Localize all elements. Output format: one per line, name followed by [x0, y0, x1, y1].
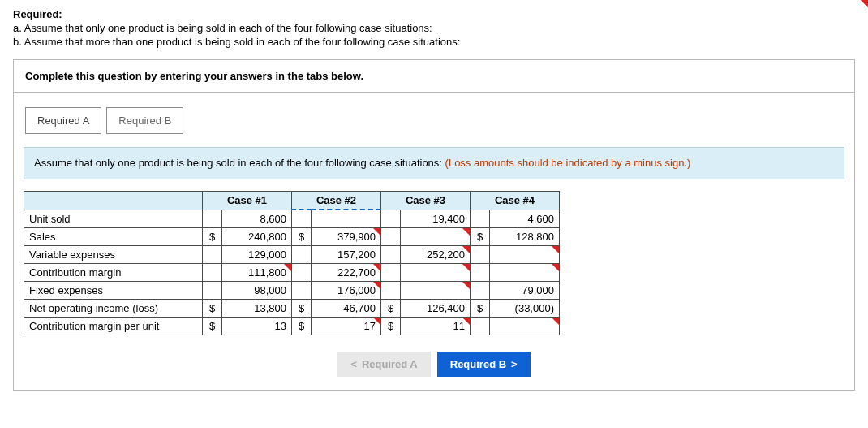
cell-sales-c3[interactable]: [401, 227, 471, 245]
cell-cur[interactable]: $: [292, 317, 312, 335]
cell-cur[interactable]: $: [292, 299, 312, 317]
cell-fixed-c2[interactable]: 176,000: [312, 281, 381, 299]
cell-sales-c1[interactable]: 240,800: [222, 227, 292, 245]
required-heading: Required:: [13, 8, 855, 20]
next-button-label: Required B: [450, 358, 506, 370]
header-blank: [24, 192, 203, 210]
next-button[interactable]: Required B >: [437, 352, 531, 377]
cell-cmpu-c4[interactable]: [490, 317, 560, 335]
col-header-case2: Case #2: [292, 192, 381, 210]
cell-cur[interactable]: [381, 210, 401, 227]
cell-noi-c3[interactable]: 126,400: [401, 299, 471, 317]
cell-cur[interactable]: [381, 245, 401, 263]
cell-cur[interactable]: [471, 263, 490, 281]
cell-cur[interactable]: [381, 281, 401, 299]
cell-cur[interactable]: $: [203, 317, 222, 335]
cell-cm-c2[interactable]: 222,700: [312, 263, 381, 281]
table-row: Sales $ 240,800 $ 379,900 $ 128,800: [24, 227, 560, 245]
table-wrap: Case #1 Case #2 Case #3 Case #4 Unit sol…: [14, 191, 854, 347]
row-label-sales: Sales: [24, 227, 203, 245]
cell-cur[interactable]: [471, 210, 490, 227]
cell-cmpu-c2[interactable]: 17: [312, 317, 381, 335]
cell-sales-c4[interactable]: 128,800: [490, 227, 560, 245]
cell-varexp-c3[interactable]: 252,200: [401, 245, 471, 263]
question-panel: Complete this question by entering your …: [13, 59, 855, 391]
cell-cur[interactable]: [203, 245, 222, 263]
prev-button-label: Required A: [362, 358, 418, 370]
requirement-b-text: b. Assume that more than one product is …: [13, 36, 855, 48]
cases-table: Case #1 Case #2 Case #3 Case #4 Unit sol…: [24, 191, 560, 335]
cell-cmpu-c3[interactable]: 11: [401, 317, 471, 335]
panel-header: Complete this question by entering your …: [14, 60, 854, 93]
cell-cur[interactable]: $: [381, 299, 401, 317]
cell-cur[interactable]: [381, 227, 401, 245]
instruction-banner: Assume that only one product is being so…: [24, 147, 844, 179]
cell-cur[interactable]: $: [471, 299, 490, 317]
row-label-varexp: Variable expenses: [24, 245, 203, 263]
cell-fixed-c1[interactable]: 98,000: [222, 281, 292, 299]
cell-unit-sold-c1[interactable]: 8,600: [222, 210, 292, 227]
chevron-right-icon: >: [511, 358, 518, 370]
cell-cur[interactable]: [471, 317, 490, 335]
row-label-fixed: Fixed expenses: [24, 281, 203, 299]
cell-cur[interactable]: [292, 210, 312, 227]
chevron-left-icon: <: [350, 358, 357, 370]
table-row: Contribution margin 111,800 222,700: [24, 263, 560, 281]
row-label-noi: Net operating income (loss): [24, 299, 203, 317]
prev-button[interactable]: < Required A: [337, 352, 430, 377]
cell-unit-sold-c2[interactable]: [312, 210, 381, 227]
cell-fixed-c3[interactable]: [401, 281, 471, 299]
nav-buttons: < Required A Required B >: [14, 347, 854, 390]
tab-required-b[interactable]: Required B: [106, 107, 183, 134]
cell-cur[interactable]: [471, 281, 490, 299]
cell-sales-c2[interactable]: 379,900: [312, 227, 381, 245]
cell-cur[interactable]: $: [381, 317, 401, 335]
cell-cur[interactable]: $: [203, 227, 222, 245]
cell-cur[interactable]: [203, 210, 222, 227]
cell-unit-sold-c4[interactable]: 4,600: [490, 210, 560, 227]
col-header-case3: Case #3: [381, 192, 471, 210]
cell-unit-sold-c3[interactable]: 19,400: [401, 210, 471, 227]
cell-varexp-c4[interactable]: [490, 245, 560, 263]
cell-cur[interactable]: $: [471, 227, 490, 245]
cell-noi-c4[interactable]: (33,000): [490, 299, 560, 317]
cell-cur[interactable]: $: [292, 227, 312, 245]
cell-cm-c3[interactable]: [401, 263, 471, 281]
row-label-cm: Contribution margin: [24, 263, 203, 281]
cell-noi-c2[interactable]: 46,700: [312, 299, 381, 317]
table-row: Net operating income (loss) $ 13,800 $ 4…: [24, 299, 560, 317]
instruction-text: Assume that only one product is being so…: [34, 157, 445, 169]
table-row: Unit sold 8,600 19,400 4,600: [24, 210, 560, 227]
tab-required-a[interactable]: Required A: [25, 107, 101, 134]
col-header-case4: Case #4: [471, 192, 560, 210]
cell-cur[interactable]: [292, 245, 312, 263]
cell-fixed-c4[interactable]: 79,000: [490, 281, 560, 299]
instruction-note: (Loss amounts should be indicated by a m…: [445, 157, 691, 169]
requirement-a-text: a. Assume that only one product is being…: [13, 22, 855, 34]
cell-cm-c1[interactable]: 111,800: [222, 263, 292, 281]
table-row: Fixed expenses 98,000 176,000 79,000: [24, 281, 560, 299]
table-row: Contribution margin per unit $ 13 $ 17 $…: [24, 317, 560, 335]
col-header-case1: Case #1: [203, 192, 292, 210]
cell-cur[interactable]: [203, 263, 222, 281]
cell-varexp-c1[interactable]: 129,000: [222, 245, 292, 263]
cell-varexp-c2[interactable]: 157,200: [312, 245, 381, 263]
row-label-cmpu: Contribution margin per unit: [24, 317, 203, 335]
cell-noi-c1[interactable]: 13,800: [222, 299, 292, 317]
cell-cur[interactable]: [381, 263, 401, 281]
table-row: Variable expenses 129,000 157,200 252,20…: [24, 245, 560, 263]
row-label-unit-sold: Unit sold: [24, 210, 203, 227]
required-block: Required: a. Assume that only one produc…: [13, 8, 855, 48]
cell-cur[interactable]: $: [203, 299, 222, 317]
cell-cur[interactable]: [292, 281, 312, 299]
cell-cmpu-c1[interactable]: 13: [222, 317, 292, 335]
cell-cm-c4[interactable]: [490, 263, 560, 281]
cell-cur[interactable]: [203, 281, 222, 299]
cell-cur[interactable]: [471, 245, 490, 263]
cell-cur[interactable]: [292, 263, 312, 281]
tabs-container: Required A Required B: [14, 93, 854, 142]
